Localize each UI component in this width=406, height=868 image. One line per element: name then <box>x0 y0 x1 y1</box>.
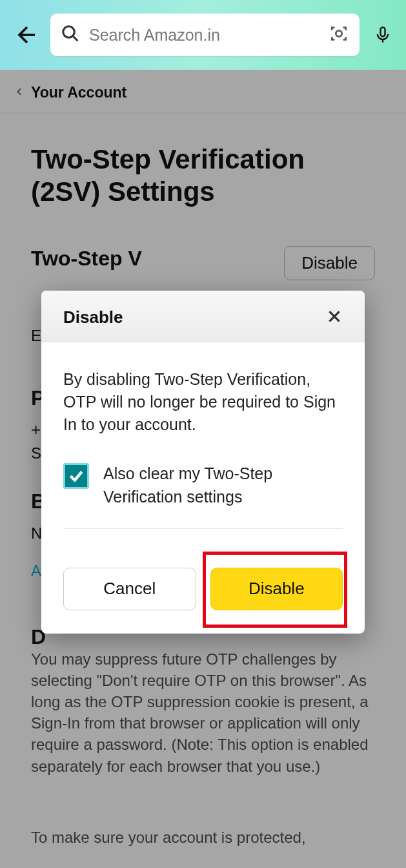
bg-fragment: S <box>31 444 41 462</box>
svg-point-0 <box>63 26 75 38</box>
checkbox-checked[interactable] <box>63 463 89 489</box>
modal-actions: Cancel Disable <box>41 568 365 634</box>
check-icon <box>68 468 85 484</box>
modal-description: By disabling Two-Step Verification, OTP … <box>63 368 343 436</box>
bg-fragment: + <box>31 420 41 440</box>
search-box[interactable]: Search Amazon.in <box>50 14 360 56</box>
disable-modal: Disable By disabling Two-Step Verificati… <box>41 291 365 634</box>
microphone-button[interactable] <box>371 26 394 44</box>
bg-fragment: N <box>31 524 42 542</box>
clear-settings-checkbox-row[interactable]: Also clear my Two-Step Verification sett… <box>63 462 343 509</box>
modal-title: Disable <box>63 307 123 327</box>
svg-rect-2 <box>381 27 385 36</box>
checkbox-label: Also clear my Two-Step Verification sett… <box>103 462 343 509</box>
microphone-icon <box>374 26 392 44</box>
otp-paragraph: You may suppress future OTP challenges b… <box>31 648 375 777</box>
camera-lens-icon[interactable] <box>329 23 349 46</box>
disable-confirm-button[interactable]: Disable <box>210 568 343 610</box>
protected-line: To make sure your account is protected, <box>31 827 375 848</box>
bg-fragment: E <box>31 327 41 345</box>
top-bar: Search Amazon.in <box>0 0 406 70</box>
modal-close-button[interactable] <box>326 308 343 327</box>
search-icon <box>61 24 80 46</box>
cancel-button[interactable]: Cancel <box>63 568 196 610</box>
modal-header: Disable <box>41 291 365 342</box>
search-placeholder: Search Amazon.in <box>89 26 320 45</box>
bg-fragment: A <box>31 562 41 580</box>
modal-body: By disabling Two-Step Verification, OTP … <box>41 342 365 568</box>
modal-divider <box>63 528 343 529</box>
close-icon <box>326 308 343 325</box>
back-button[interactable] <box>12 21 39 48</box>
svg-point-1 <box>336 30 341 36</box>
arrow-left-icon <box>14 23 37 46</box>
